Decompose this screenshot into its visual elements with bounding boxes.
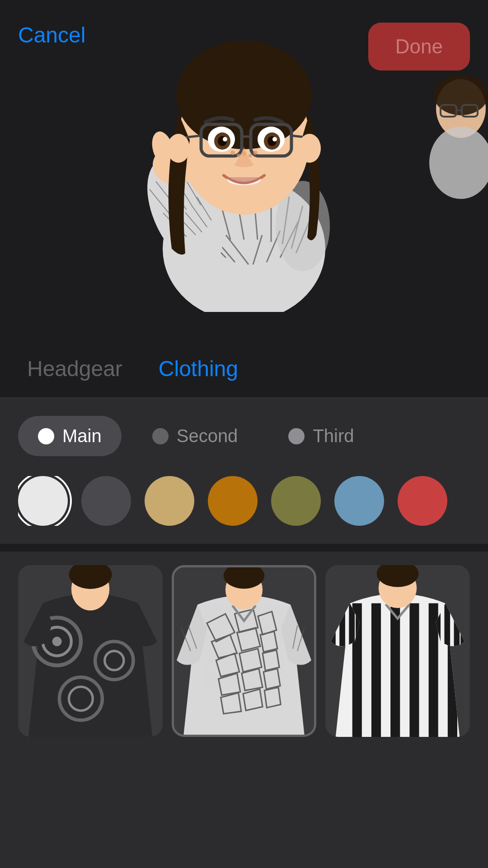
svg-point-47 [230, 151, 235, 155]
clothing-item-3[interactable] [325, 565, 470, 737]
second-label: Second [177, 426, 238, 446]
svg-point-52 [167, 134, 190, 163]
color-mode-second[interactable]: Second [132, 416, 258, 456]
done-button[interactable]: Done [368, 23, 470, 71]
svg-rect-96 [409, 603, 419, 737]
avatar-secondary [425, 72, 488, 217]
swatch-red[interactable] [398, 476, 447, 526]
color-section: Main Second Third [0, 398, 488, 544]
svg-rect-95 [390, 603, 400, 737]
clothing-grid [0, 552, 488, 868]
color-mode-third[interactable]: Third [268, 416, 374, 456]
color-swatches [18, 476, 470, 526]
tab-headgear[interactable]: Headgear [27, 356, 122, 385]
category-tabs: Headgear Clothing [0, 344, 488, 398]
main-label: Main [62, 426, 102, 446]
svg-point-46 [272, 137, 277, 142]
svg-rect-94 [371, 603, 381, 737]
clothing-item-1[interactable] [18, 565, 163, 737]
svg-point-51 [253, 151, 258, 155]
swatch-olive[interactable] [271, 476, 321, 526]
tab-clothing[interactable]: Clothing [159, 356, 238, 385]
svg-point-45 [223, 137, 227, 142]
third-dot [288, 428, 305, 444]
header: Cancel Done [0, 0, 488, 80]
swatch-blue[interactable] [334, 476, 384, 526]
cancel-button[interactable]: Cancel [18, 23, 85, 47]
svg-point-56 [429, 127, 488, 199]
clothing-item-2[interactable] [172, 565, 316, 737]
swatch-tan[interactable] [145, 476, 194, 526]
svg-point-50 [249, 154, 252, 157]
color-mode-buttons: Main Second Third [18, 416, 470, 456]
svg-point-63 [52, 637, 62, 646]
color-mode-main[interactable]: Main [18, 416, 122, 456]
swatch-orange[interactable] [208, 476, 258, 526]
svg-point-53 [298, 134, 321, 163]
second-dot [152, 428, 169, 444]
main-dot [38, 428, 54, 444]
third-label: Third [313, 426, 354, 446]
swatch-darkgray[interactable] [81, 476, 131, 526]
swatch-white[interactable] [18, 476, 68, 526]
